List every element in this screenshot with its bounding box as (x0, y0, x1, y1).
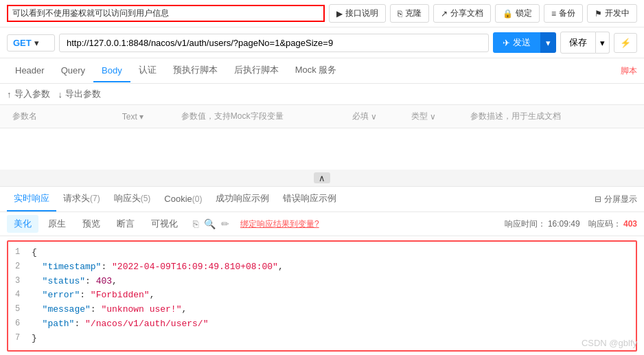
watermark: CSDN @gblfy (582, 338, 637, 348)
lock-icon: 🔒 (503, 9, 513, 19)
response-tabs-row: 实时响应 请求头(7) 响应头(5) Cookie(0) 成功响应示例 错误响应… (0, 187, 644, 212)
import-params-button[interactable]: ↑ 导入参数 (7, 88, 50, 100)
tab-body[interactable]: Body (93, 60, 130, 82)
collapse-area[interactable]: ∧ (0, 170, 644, 187)
view-tab-beautify[interactable]: 美化 (7, 215, 38, 233)
save-dropdown-icon: ▾ (600, 38, 605, 48)
tab-request-headers[interactable]: 请求头(7) (56, 187, 107, 211)
send-icon: ✈ (503, 38, 510, 48)
clone-button[interactable]: ⎘ 克隆 (390, 4, 429, 23)
col-param-value: 参数值，支持Mock字段变量 (181, 111, 348, 122)
tab-error-example[interactable]: 错误响应示例 (276, 187, 343, 211)
send-dropdown-icon: ▾ (546, 38, 551, 48)
json-line-4: 4 "error" : "Forbidden" , (8, 288, 636, 303)
json-line-6: 6 "path" : "/nacos/v1/auth/users/" (8, 317, 636, 332)
search-icon[interactable]: 🔍 (204, 218, 216, 230)
script-link[interactable]: 脚本 (621, 65, 637, 77)
col-param-type[interactable]: Text ▾ (122, 112, 177, 122)
method-text: GET (13, 38, 32, 48)
class-dropdown-icon: ∨ (430, 112, 436, 122)
col-param-name: 参数名 (7, 108, 118, 125)
tab-realtime-response[interactable]: 实时响应 (7, 187, 56, 211)
body-toolbar: ↑ 导入参数 ↓ 导出参数 (0, 84, 644, 105)
request-tabs-row: Header Query Body 认证 预执行脚本 后执行脚本 Mock 服务… (0, 58, 644, 84)
tab-auth[interactable]: 认证 (130, 58, 165, 83)
devmode-icon: ⚑ (595, 9, 602, 19)
method-select[interactable]: GET ▾ (7, 34, 55, 51)
edit-icon[interactable]: ✏ (221, 218, 229, 230)
resp-code-label: 响应码： 403 (588, 218, 637, 230)
resp-code-value: 403 (623, 219, 637, 229)
url-input[interactable] (59, 34, 489, 52)
required-dropdown-icon: ∨ (371, 112, 377, 122)
alert-text: 可以看到不使用鉴权就可以访问到用户信息 (7, 5, 325, 22)
response-meta: 响应时间： 16:09:49 响应码： 403 (505, 218, 637, 230)
copy-icon[interactable]: ⎘ (193, 218, 198, 230)
split-screen-button[interactable]: ⊟ 分屏显示 (595, 194, 637, 205)
share-icon: ↗ (441, 9, 448, 19)
tab-success-example[interactable]: 成功响应示例 (209, 187, 276, 211)
lock-button[interactable]: 🔒 锁定 (495, 4, 540, 23)
api-doc-icon: ▶ (336, 9, 343, 19)
top-toolbar: 可以看到不使用鉴权就可以访问到用户信息 ▶ 接口说明 ⎘ 克隆 ↗ 分享文档 🔒… (0, 0, 644, 27)
json-line-3: 3 "status" : 403 , (8, 275, 636, 289)
view-tabs-row: 美化 原生 预览 断言 可视化 ⎘ 🔍 ✏ 绑定响应结果到变量? 响应时间： 1… (0, 212, 644, 236)
split-screen-icon: ⊟ (595, 194, 601, 204)
tab-cookie[interactable]: Cookie(0) (157, 188, 209, 211)
backup-icon: ≡ (551, 9, 556, 19)
export-params-button[interactable]: ↓ 导出参数 (58, 88, 102, 100)
export-icon: ↓ (58, 89, 63, 100)
collapse-button[interactable]: ∧ (314, 172, 330, 183)
tab-header[interactable]: Header (7, 60, 53, 82)
view-tab-visual[interactable]: 可视化 (144, 215, 185, 233)
col-param-required: 必填 ∨ (352, 111, 407, 122)
json-line-2: 2 "timestamp" : "2022-04-09T16:09:49.810… (8, 260, 636, 275)
share-button[interactable]: ↗ 分享文档 (433, 4, 491, 23)
tab-mock[interactable]: Mock 服务 (287, 58, 345, 83)
clone-icon: ⎘ (398, 9, 402, 19)
json-line-5: 5 "message" : "unknown user!" , (8, 303, 636, 317)
save-dropdown-button[interactable]: ▾ (596, 32, 610, 54)
backup-button[interactable]: ≡ 备份 (544, 4, 583, 23)
empty-params-area (0, 128, 644, 170)
tab-post-script[interactable]: 后执行脚本 (226, 58, 287, 83)
tab-query[interactable]: Query (53, 60, 93, 82)
type-dropdown-icon: ▾ (139, 112, 143, 122)
import-icon: ↑ (7, 89, 12, 100)
tab-response-headers[interactable]: 响应头(5) (107, 187, 158, 211)
api-doc-button[interactable]: ▶ 接口说明 (329, 4, 386, 23)
tab-pre-script[interactable]: 预执行脚本 (165, 58, 226, 83)
view-tab-assert[interactable]: 断言 (110, 215, 141, 233)
bolt-icon: ⚡ (620, 38, 631, 48)
save-button[interactable]: 保存 (560, 32, 596, 54)
bolt-button[interactable]: ⚡ (614, 33, 637, 53)
view-tab-raw[interactable]: 原生 (41, 215, 73, 233)
resp-time-label: 响应时间： 16:09:49 (505, 218, 580, 230)
url-bar: GET ▾ ✈ 发送 ▾ 保存 ▾ ⚡ (0, 27, 644, 58)
json-line-7: 7 } (8, 332, 636, 346)
col-param-desc: 参数描述，用于生成文档 (470, 111, 637, 122)
params-header: 参数名 Text ▾ 参数值，支持Mock字段变量 必填 ∨ 类型 ∨ 参数描述… (0, 105, 644, 128)
json-line-1: 1 { (8, 246, 636, 260)
bind-variable-link[interactable]: 绑定响应结果到变量? (240, 218, 319, 230)
view-tab-preview[interactable]: 预览 (76, 215, 107, 233)
json-response-content: 1 { 2 "timestamp" : "2022-04-09T16:09:49… (7, 240, 637, 352)
method-chevron-icon: ▾ (34, 38, 39, 48)
send-dropdown-button[interactable]: ▾ (540, 32, 556, 53)
col-param-class: 类型 ∨ (411, 111, 466, 122)
devmode-button[interactable]: ⚑ 开发中 (587, 4, 637, 23)
collapse-icon: ∧ (319, 173, 325, 183)
send-button[interactable]: ✈ 发送 (493, 32, 540, 53)
